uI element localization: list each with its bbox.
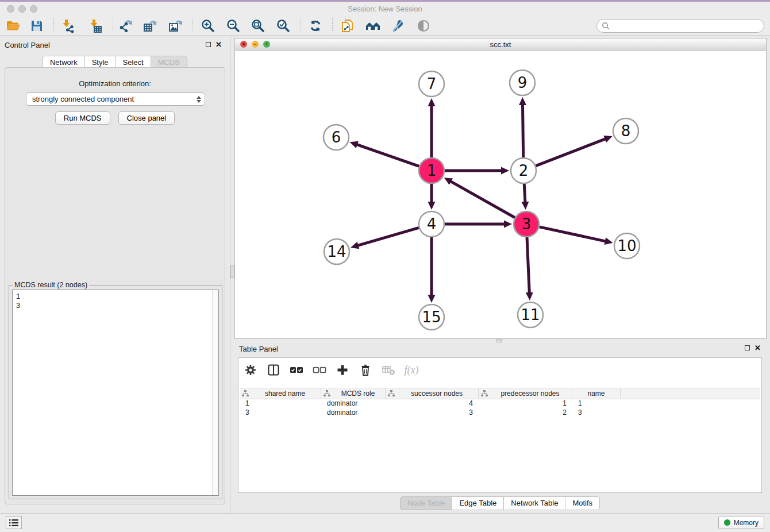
graph-node-label: 7 bbox=[427, 75, 437, 92]
run-mcds-button[interactable]: Run MCDS bbox=[55, 111, 110, 125]
graph-node-label: 6 bbox=[332, 129, 341, 146]
edge-2-8[interactable] bbox=[536, 138, 606, 165]
refresh-icon[interactable] bbox=[307, 17, 324, 34]
function-builder-icon-disabled: f(x) bbox=[404, 363, 419, 377]
table-cell[interactable]: dominator bbox=[321, 399, 386, 408]
column-header-name[interactable]: name bbox=[572, 388, 621, 399]
export-image-icon[interactable] bbox=[167, 17, 184, 34]
column-header-predecessor-nodes[interactable]: predecessor nodes bbox=[479, 388, 572, 399]
edge-3-11[interactable] bbox=[527, 237, 529, 294]
edge-arrowhead bbox=[501, 167, 509, 175]
add-column-icon[interactable] bbox=[335, 363, 350, 377]
task-history-button[interactable] bbox=[6, 516, 22, 529]
table-settings-icon[interactable] bbox=[243, 363, 258, 377]
show-hide-panel-icon[interactable] bbox=[415, 17, 432, 34]
table-header-row: shared nameMCDS rolesuccessor nodesprede… bbox=[240, 388, 760, 399]
float-panel-icon[interactable] bbox=[206, 42, 211, 47]
table-cell[interactable]: 1 bbox=[240, 399, 321, 408]
edge-4-14[interactable] bbox=[357, 228, 419, 245]
network-canvas[interactable]: 7968124314101511 bbox=[235, 51, 766, 338]
deselect-all-columns-icon[interactable] bbox=[312, 363, 327, 377]
graph-node-label: 10 bbox=[617, 237, 636, 255]
toolbar-separator bbox=[113, 18, 113, 32]
column-header-successor-nodes[interactable]: successor nodes bbox=[386, 388, 479, 399]
tab-edge-table[interactable]: Edge Table bbox=[452, 496, 504, 510]
criterion-select[interactable]: strongly connected component bbox=[26, 92, 205, 106]
column-header-shared-name[interactable]: shared name bbox=[240, 388, 321, 399]
main-toolbar bbox=[0, 16, 770, 36]
zoom-out-icon[interactable] bbox=[225, 17, 242, 34]
close-panel-icon[interactable]: ✕ bbox=[215, 42, 222, 47]
table-cell[interactable]: 3 bbox=[572, 408, 621, 418]
column-label: MCDS role bbox=[333, 390, 383, 398]
close-panel-button[interactable]: Close panel bbox=[118, 111, 175, 125]
network-view-window: ✕ − + scc.txt 7968124314101511 bbox=[234, 38, 767, 339]
column-label: shared name bbox=[252, 390, 318, 398]
list-icon bbox=[9, 519, 18, 527]
nested-networks-icon[interactable] bbox=[364, 17, 382, 34]
tab-network-table[interactable]: Network Table bbox=[503, 496, 565, 510]
column-label: name bbox=[575, 390, 618, 398]
search-icon bbox=[602, 22, 610, 30]
toolbar-separator bbox=[301, 18, 301, 32]
tab-motifs[interactable]: Motifs bbox=[565, 496, 600, 510]
edge-2-3[interactable] bbox=[524, 184, 525, 203]
table-row[interactable]: 1dominator411 bbox=[240, 399, 760, 408]
table-cell[interactable]: 2 bbox=[479, 408, 572, 418]
column-header-MCDS-role[interactable]: MCDS role bbox=[321, 388, 386, 399]
network-resize-handle[interactable] bbox=[496, 339, 502, 342]
graph-node-label: 1 bbox=[427, 162, 437, 179]
edge-arrowhead bbox=[605, 237, 613, 245]
table-panel-title: Table Panel bbox=[239, 345, 278, 353]
optimization-criterion-label: Optimization criterion: bbox=[5, 79, 225, 88]
duplicate-network-icon[interactable] bbox=[339, 17, 356, 34]
control-panel-buttons: ✕ bbox=[206, 42, 222, 47]
graph-node-label: 2 bbox=[519, 162, 529, 179]
select-all-columns-icon[interactable] bbox=[289, 363, 304, 377]
zoom-in-icon[interactable] bbox=[199, 17, 217, 34]
split-table-icon[interactable] bbox=[266, 363, 281, 377]
node-table: shared nameMCDS rolesuccessor nodesprede… bbox=[240, 388, 760, 418]
edge-1-6[interactable] bbox=[356, 144, 419, 166]
split-pane-handle[interactable] bbox=[230, 265, 234, 278]
tab-node-table[interactable]: Node Table bbox=[400, 496, 453, 510]
table-cell[interactable]: 3 bbox=[386, 408, 479, 418]
save-session-icon[interactable] bbox=[28, 17, 45, 34]
float-table-panel-icon[interactable] bbox=[745, 345, 750, 350]
open-file-icon[interactable] bbox=[5, 17, 22, 34]
status-bar: Memory bbox=[0, 513, 770, 532]
search-input[interactable] bbox=[610, 21, 764, 30]
column-type-icon bbox=[242, 390, 249, 397]
edge-arrowhead bbox=[504, 221, 512, 228]
delete-column-icon[interactable] bbox=[358, 363, 373, 377]
column-type-icon bbox=[324, 390, 330, 397]
result-scrollbar[interactable] bbox=[212, 290, 218, 495]
window-title: Session: New Session bbox=[0, 5, 770, 13]
table-cell[interactable]: 1 bbox=[572, 399, 621, 408]
zoom-fit-icon[interactable] bbox=[249, 17, 267, 34]
edge-2-9[interactable] bbox=[522, 104, 523, 157]
edge-3-10[interactable] bbox=[539, 227, 606, 241]
table-cell[interactable]: 3 bbox=[240, 408, 321, 418]
export-network-icon[interactable] bbox=[117, 17, 134, 34]
search-box[interactable] bbox=[596, 19, 764, 33]
column-label: successor nodes bbox=[398, 390, 476, 398]
import-network-icon[interactable] bbox=[59, 17, 76, 34]
table-row[interactable]: 3dominator323 bbox=[240, 408, 760, 418]
table-cell[interactable]: 1 bbox=[479, 399, 572, 408]
edge-3-1[interactable] bbox=[450, 181, 515, 218]
table-cell[interactable]: dominator bbox=[321, 408, 386, 418]
mcds-result-text[interactable]: 1 3 bbox=[12, 290, 219, 496]
export-table-icon[interactable] bbox=[141, 17, 159, 34]
delete-table-icon-disabled bbox=[381, 363, 396, 377]
close-table-panel-icon[interactable]: ✕ bbox=[754, 345, 761, 350]
apply-style-icon[interactable] bbox=[389, 17, 406, 34]
table-panel-buttons: ✕ bbox=[745, 345, 761, 350]
toolbar-separator bbox=[53, 18, 54, 32]
network-window-titlebar[interactable]: ✕ − + scc.txt bbox=[235, 38, 766, 51]
table-cell[interactable]: 4 bbox=[386, 399, 479, 408]
memory-button[interactable]: Memory bbox=[718, 516, 764, 529]
toolbar-separator bbox=[332, 18, 333, 32]
zoom-selected-icon[interactable] bbox=[275, 17, 292, 34]
import-table-icon[interactable] bbox=[87, 17, 104, 34]
